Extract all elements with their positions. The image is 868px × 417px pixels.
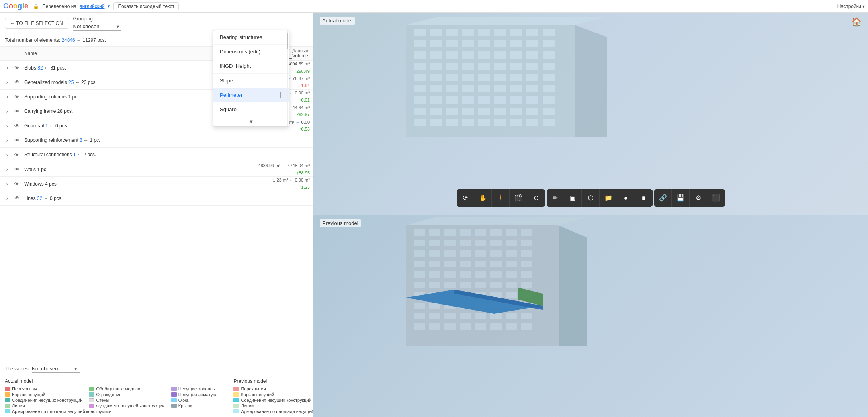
camera-button[interactable]: 🎬 [510, 189, 527, 207]
dropdown-item-dimensions[interactable]: Dimensions (edit) [213, 45, 289, 59]
walk-button[interactable]: 🚶 [492, 189, 510, 207]
expand-icon[interactable]: › [3, 137, 11, 143]
svg-rect-70 [510, 108, 522, 115]
legend-item: Линии [233, 403, 311, 408]
legend-item: Несущая арматура [171, 392, 218, 397]
svg-rect-42 [494, 74, 506, 81]
expand-icon[interactable]: › [3, 79, 11, 85]
eye-icon[interactable]: 👁 [11, 195, 23, 201]
values-row: The values Not chosen ▼ [0, 362, 313, 375]
svg-rect-28 [414, 63, 426, 70]
actual-legend: Actual model Перекрытия Обобщенные модел… [5, 378, 217, 414]
svg-rect-16 [510, 40, 522, 47]
row-name: Walls 1 pc. [23, 167, 258, 172]
box-button[interactable]: ▣ [564, 189, 582, 207]
settings-button[interactable]: Настройки ▾ [837, 4, 865, 9]
svg-rect-5 [478, 29, 490, 36]
expand-icon[interactable]: › [3, 108, 11, 114]
target-button[interactable]: ⊙ [527, 189, 545, 207]
eye-icon[interactable]: 👁 [11, 65, 23, 71]
dropdown-scroll-thumb [287, 33, 288, 49]
save-button[interactable]: 💾 [672, 189, 690, 207]
rotate-button[interactable]: ⟳ [457, 189, 474, 207]
home-icon[interactable]: 🏠 [852, 17, 862, 27]
legend-item: Стены [89, 398, 164, 403]
svg-rect-101 [414, 250, 425, 257]
svg-rect-90 [490, 229, 502, 236]
svg-rect-20 [430, 51, 442, 59]
lang-link[interactable]: английский [80, 4, 104, 9]
pan-button[interactable]: ✋ [474, 189, 492, 207]
expand-icon[interactable]: › [3, 152, 11, 158]
eye-icon[interactable]: 👁 [11, 123, 23, 129]
svg-rect-59 [478, 96, 490, 104]
pencil-button[interactable]: ✏ [547, 189, 564, 207]
svg-rect-46 [414, 85, 426, 92]
legend-section: Actual model Перекрытия Обобщенные модел… [0, 375, 313, 417]
svg-rect-108 [521, 250, 532, 257]
svg-rect-157 [414, 323, 425, 330]
dropdown-item-bearing[interactable]: Bearing structures [213, 30, 289, 45]
square-button[interactable]: ■ [635, 189, 653, 207]
dropdown-scroll-down[interactable]: ▼ [213, 117, 289, 126]
expand-button[interactable]: ⬛ [707, 189, 725, 207]
lang-dropdown-icon[interactable]: ▾ [108, 4, 110, 9]
eye-icon[interactable]: 👁 [11, 137, 23, 143]
svg-rect-124 [521, 271, 532, 278]
svg-rect-52 [510, 85, 522, 92]
grouping-select[interactable]: Not chosen [73, 22, 121, 31]
svg-rect-141 [414, 303, 425, 309]
legend-item: Ограждение [89, 392, 164, 397]
svg-rect-55 [414, 96, 426, 104]
svg-rect-128 [460, 282, 471, 288]
dot-button[interactable]: ● [617, 189, 635, 207]
svg-rect-164 [521, 323, 532, 330]
svg-rect-132 [521, 282, 532, 288]
svg-marker-166 [406, 217, 587, 225]
previous-legend: Previous model Перекрытия Обобщенные мод… [233, 378, 313, 414]
eye-icon[interactable]: 👁 [11, 152, 23, 158]
dropdown-item-ingd[interactable]: INGD_Height [213, 59, 289, 74]
svg-rect-24 [494, 51, 506, 59]
dropdown-item-slope[interactable]: Slope [213, 74, 289, 88]
svg-rect-69 [494, 108, 506, 115]
dropdown-item-perimeter[interactable]: Perimeter │ [213, 88, 289, 102]
svg-rect-41 [478, 74, 490, 81]
link-button[interactable]: 🔗 [654, 189, 672, 207]
svg-rect-64 [414, 108, 426, 115]
col-name-header: Name [24, 51, 37, 56]
svg-rect-88 [460, 229, 471, 236]
expand-icon[interactable]: › [3, 65, 11, 71]
svg-rect-75 [446, 119, 458, 126]
svg-rect-68 [478, 108, 490, 115]
values-select[interactable]: Not chosen [32, 365, 80, 373]
svg-rect-93 [414, 240, 425, 246]
expand-icon[interactable]: › [3, 123, 11, 129]
row-name: Supporting reinforcement 8 ← 1 pc. [23, 137, 310, 143]
svg-rect-151 [444, 313, 456, 319]
folder-button[interactable]: 📁 [600, 189, 617, 207]
expand-icon[interactable]: › [3, 195, 11, 201]
svg-rect-53 [526, 85, 538, 92]
eye-icon[interactable]: 👁 [11, 181, 23, 187]
back-button[interactable]: ← TO FILE SELECTION [5, 18, 68, 29]
settings-toolbar-button[interactable]: ⚙ [690, 189, 707, 207]
eye-icon[interactable]: 👁 [11, 94, 23, 100]
svg-rect-129 [475, 282, 486, 288]
eye-icon[interactable]: 👁 [11, 108, 23, 114]
svg-rect-37 [414, 74, 426, 81]
eye-icon[interactable]: 👁 [11, 79, 23, 85]
expand-icon[interactable]: › [3, 181, 11, 187]
svg-rect-60 [494, 96, 506, 104]
dropdown-item-square[interactable]: Square [213, 102, 289, 117]
expand-icon[interactable]: › [3, 94, 11, 100]
svg-rect-33 [494, 63, 506, 70]
show-original-button[interactable]: Показать исходный текст [113, 2, 179, 10]
svg-rect-12 [446, 40, 458, 47]
values-select-wrapper: Not chosen ▼ [32, 365, 78, 373]
eye-icon[interactable]: 👁 [11, 166, 23, 172]
expand-icon[interactable]: › [3, 166, 11, 172]
total-count1: 24846 [61, 37, 75, 43]
google-logo: Google [3, 2, 28, 10]
hex-button[interactable]: ⬡ [582, 189, 600, 207]
